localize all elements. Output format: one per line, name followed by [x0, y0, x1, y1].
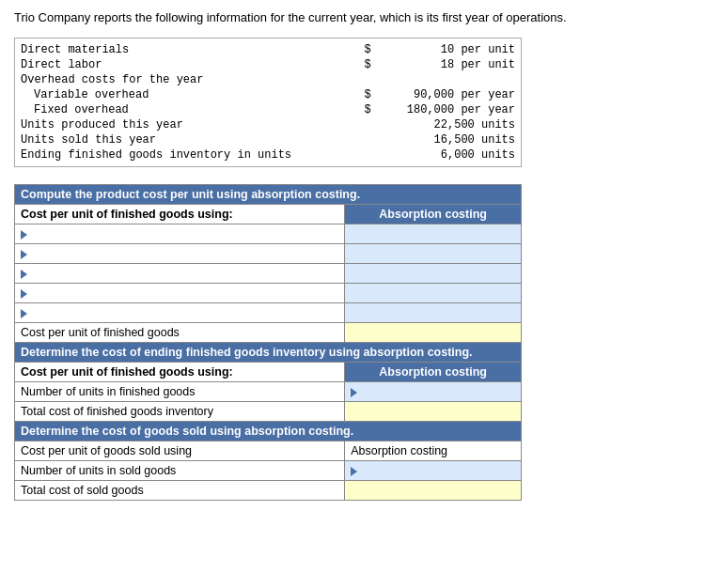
section1-col-header-row: Cost per unit of finished goods using: A… — [15, 205, 522, 224]
section1-label-2 — [15, 244, 345, 264]
section2-row-2: Total cost of finished goods inventory — [15, 402, 522, 422]
section1-row-1 — [15, 224, 522, 244]
section3-label-1: Number of units in sold goods — [15, 461, 345, 481]
section2-label-1: Number of units in finished goods — [15, 382, 345, 402]
info-label: Direct materials — [15, 39, 355, 58]
section1-row-3 — [15, 264, 522, 284]
info-currency — [355, 132, 377, 147]
info-value: 180,000 per year — [377, 102, 522, 117]
info-row-units-sold: Units sold this year 16,500 units — [15, 132, 522, 147]
section1-label-1 — [15, 224, 345, 244]
section2-header: Determine the cost of ending finished go… — [15, 343, 522, 363]
section3-row-1: Number of units in sold goods — [15, 461, 522, 481]
info-value: 22,500 units — [377, 117, 522, 132]
info-currency: $ — [355, 57, 377, 72]
info-value: 16,500 units — [377, 132, 522, 147]
section2-input-2[interactable] — [345, 402, 522, 422]
section1-input-4[interactable] — [345, 284, 522, 303]
info-value: 90,000 per year — [377, 87, 522, 102]
section1-row-4 — [15, 284, 522, 303]
info-label: Direct labor — [15, 57, 355, 72]
info-currency — [355, 147, 377, 167]
info-row-variable-overhead: Variable overhead $ 90,000 per year — [15, 87, 522, 102]
section3-col2-header: Absorption costing — [345, 441, 522, 461]
section1-col1-header: Cost per unit of finished goods using: — [15, 205, 345, 224]
info-value: 6,000 units — [377, 147, 522, 167]
info-label: Overhead costs for the year — [15, 72, 355, 87]
section2-row-1: Number of units in finished goods — [15, 382, 522, 402]
info-label: Units produced this year — [15, 117, 355, 132]
section1-total-label: Cost per unit of finished goods — [15, 323, 345, 343]
section3-col-header-row: Cost per unit of goods sold using Absorp… — [15, 441, 522, 461]
section3-label-2: Total cost of sold goods — [15, 481, 345, 501]
section3-row-2: Total cost of sold goods — [15, 481, 522, 501]
info-label: Ending finished goods inventory in units — [15, 147, 355, 167]
info-table: Direct materials $ 10 per unit Direct la… — [14, 38, 522, 167]
section1-col2-header: Absorption costing — [345, 205, 522, 224]
arrow-icon-3 — [21, 270, 27, 279]
main-table: Compute the product cost per unit using … — [14, 184, 522, 501]
info-label: Fixed overhead — [15, 102, 355, 117]
section1-input-5[interactable] — [345, 303, 522, 323]
section2-header-row: Determine the cost of ending finished go… — [15, 343, 522, 363]
info-label: Units sold this year — [15, 132, 355, 147]
section1-row-2 — [15, 244, 522, 264]
arrow-icon-1 — [21, 230, 27, 240]
section2-input-1[interactable] — [345, 382, 522, 402]
info-currency — [355, 117, 377, 132]
arrow-icon-4 — [21, 289, 27, 299]
section1-label-5 — [15, 303, 345, 323]
info-row-direct-labor: Direct labor $ 18 per unit — [15, 57, 522, 72]
info-currency: $ — [355, 102, 377, 117]
info-currency: $ — [355, 39, 377, 58]
info-label: Variable overhead — [15, 87, 355, 102]
info-value: 18 per unit — [377, 57, 522, 72]
info-value: 10 per unit — [377, 39, 522, 58]
section3-input-1[interactable] — [345, 461, 522, 481]
arrow-icon-5 — [21, 309, 27, 318]
arrow-icon-s2-1 — [351, 388, 357, 397]
intro-text: Trio Company reports the following infor… — [14, 9, 691, 26]
section1-total-input[interactable] — [345, 323, 522, 343]
info-row-ending-inventory: Ending finished goods inventory in units… — [15, 147, 522, 167]
section3-col1-header: Cost per unit of goods sold using — [15, 441, 345, 461]
arrow-icon-s3-1 — [351, 467, 357, 476]
section1-input-1[interactable] — [345, 224, 522, 244]
section2-label-2: Total cost of finished goods inventory — [15, 402, 345, 422]
section1-label-4 — [15, 284, 345, 303]
info-row-units-produced: Units produced this year 22,500 units — [15, 117, 522, 132]
info-row-fixed-overhead: Fixed overhead $ 180,000 per year — [15, 102, 522, 117]
section2-col1-header: Cost per unit of finished goods using: — [15, 363, 345, 382]
section1-input-2[interactable] — [345, 244, 522, 264]
section3-header: Determine the cost of goods sold using a… — [15, 422, 522, 441]
section1-label-3 — [15, 264, 345, 284]
section1-input-3[interactable] — [345, 264, 522, 284]
section1-row-5 — [15, 303, 522, 323]
section3-header-row: Determine the cost of goods sold using a… — [15, 422, 522, 441]
info-currency — [355, 72, 377, 87]
section1-header: Compute the product cost per unit using … — [15, 185, 522, 205]
section1-total-row: Cost per unit of finished goods — [15, 323, 522, 343]
arrow-icon-2 — [21, 250, 27, 259]
section2-col2-header: Absorption costing — [345, 363, 522, 382]
info-row-overhead-header: Overhead costs for the year — [15, 72, 522, 87]
section3-input-2[interactable] — [345, 481, 522, 501]
section2-col-header-row: Cost per unit of finished goods using: A… — [15, 363, 522, 382]
section1-header-row: Compute the product cost per unit using … — [15, 185, 522, 205]
info-row-direct-materials: Direct materials $ 10 per unit — [15, 39, 522, 58]
info-currency: $ — [355, 87, 377, 102]
info-value — [377, 72, 522, 87]
